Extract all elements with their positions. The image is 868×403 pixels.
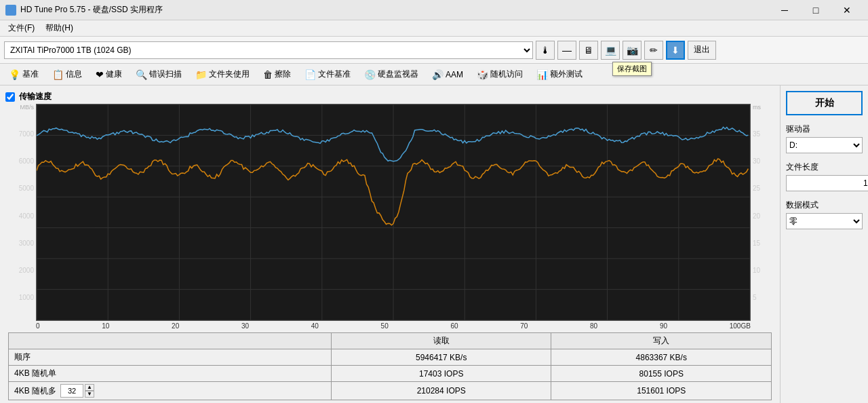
y-label-7000: 7000: [19, 130, 34, 138]
erase-icon: 🗑: [263, 69, 273, 80]
spinner-down[interactable]: ▼: [85, 391, 94, 398]
y-right-5: 5: [753, 294, 757, 301]
file-length-label: 文件长度: [786, 161, 863, 173]
exit-button[interactable]: 退出: [688, 41, 716, 60]
tab-random-label: 随机访问: [490, 69, 523, 80]
x-40: 40: [311, 322, 319, 330]
queue-depth-spinner[interactable]: ▲ ▼: [60, 384, 94, 398]
tab-aam[interactable]: 🔊 AAM: [426, 66, 469, 83]
nav-tabs: 💡 基准 📋 信息 ❤ 健康 🔍 错误扫描 📁 文件夹使用 🗑 擦除 📄 文件基…: [0, 64, 868, 85]
file-bench-icon: 📄: [304, 69, 316, 80]
extra-icon: 📊: [536, 69, 548, 80]
x-60: 60: [450, 322, 458, 330]
tab-benchmark[interactable]: 💡 基准: [3, 66, 45, 83]
tab-erase[interactable]: 🗑 擦除: [257, 66, 297, 83]
row2-read: 210284 IOPS: [331, 382, 551, 400]
temp-button[interactable]: 🌡: [536, 41, 555, 60]
tab-health-label: 健康: [106, 69, 122, 80]
y-right-10: 10: [753, 267, 760, 274]
table-row: 4KB 随机多 ▲ ▼ 210284 IOPS 151601 IOPS: [9, 382, 772, 400]
x-50: 50: [381, 322, 389, 330]
tab-file-benchmark[interactable]: 📄 文件基准: [298, 66, 357, 83]
tab-health[interactable]: ❤ 健康: [90, 66, 128, 83]
col-label: [9, 333, 332, 349]
file-length-section: 文件长度 ▲ ▼ MB: [786, 161, 863, 191]
queue-depth-input[interactable]: [60, 384, 83, 398]
file-length-input-row: ▲ ▼ MB: [786, 175, 863, 191]
main-area: 传输速度 MB/s 7000 6000 5000 4000 3000 2000 …: [0, 85, 868, 403]
y-label-1000: 1000: [19, 294, 34, 301]
camera-button[interactable]: 📷 保存截图: [623, 41, 642, 60]
y-label-5000: 5000: [19, 185, 34, 192]
start-button[interactable]: 开始: [786, 91, 863, 115]
menu-file[interactable]: 文件(F): [3, 21, 40, 35]
x-70: 70: [520, 322, 528, 330]
x-100: 100GB: [730, 322, 751, 330]
window-title: HD Tune Pro 5.75 - 硬盘/SSD 实用程序: [20, 4, 163, 16]
y-right-20: 20: [753, 212, 760, 220]
row0-label: 顺序: [9, 349, 332, 366]
drive-label: 驱动器: [786, 123, 863, 135]
x-90: 90: [660, 322, 667, 330]
stats-table: 读取 写入 顺序 5946417 KB/s 4863367 KB/s 4KB 随…: [8, 332, 772, 400]
chart-canvas: [37, 104, 750, 320]
table-row: 顺序 5946417 KB/s 4863367 KB/s: [9, 349, 772, 366]
monitor-button[interactable]: 🖥: [579, 41, 598, 60]
drive-select[interactable]: ZXITAI TiPro7000 1TB (1024 GB): [4, 41, 533, 59]
y-label-3000: 3000: [19, 239, 34, 247]
x-80: 80: [590, 322, 597, 330]
dash-button[interactable]: —: [557, 41, 576, 60]
y-label-unit: MB/s: [20, 104, 34, 111]
info-icon: 📋: [52, 69, 64, 80]
tab-file-bench-label: 文件基准: [318, 69, 351, 80]
aam-icon: 🔊: [432, 69, 443, 80]
tab-disk-monitor-label: 硬盘监视器: [378, 69, 418, 80]
window-controls: ─ □ ✕: [769, 0, 863, 20]
download-button[interactable]: ⬇: [666, 41, 685, 60]
app-icon: [5, 5, 16, 16]
info-button[interactable]: 💻: [601, 41, 620, 60]
y-right-25: 25: [753, 185, 760, 192]
chart-container: MB/s 7000 6000 5000 4000 3000 2000 1000 …: [5, 104, 774, 321]
tab-disk-monitor[interactable]: 💿 硬盘监视器: [358, 66, 425, 83]
file-length-input[interactable]: [786, 175, 868, 191]
minimize-button[interactable]: ─: [769, 0, 800, 20]
tab-error-scan[interactable]: 🔍 错误扫描: [130, 66, 188, 83]
data-mode-section: 数据模式 零 随机: [786, 199, 863, 229]
spinner-up[interactable]: ▲: [85, 384, 94, 391]
chart-canvas-wrapper: [36, 104, 751, 321]
health-icon: ❤: [96, 69, 104, 80]
row1-write: 80155 IOPS: [551, 366, 772, 382]
tab-folder-usage[interactable]: 📁 文件夹使用: [189, 66, 256, 83]
folder-icon: 📁: [195, 69, 207, 80]
y-label-6000: 6000: [19, 157, 34, 165]
row2-label: 4KB 随机多 ▲ ▼: [9, 382, 332, 400]
y-label-4000: 4000: [19, 212, 34, 220]
menu-help[interactable]: 帮助(H): [40, 21, 79, 35]
tab-extra-test[interactable]: 📊 额外测试: [530, 66, 589, 83]
drive-dropdown[interactable]: D:: [786, 137, 863, 153]
pen-button[interactable]: ✏: [644, 41, 663, 60]
row2-write: 151601 IOPS: [551, 382, 772, 400]
y-axis-left: MB/s 7000 6000 5000 4000 3000 2000 1000: [5, 104, 36, 321]
data-mode-dropdown[interactable]: 零 随机: [786, 213, 863, 229]
tab-info-label: 信息: [66, 69, 82, 80]
transfer-speed-checkbox[interactable]: [5, 92, 15, 102]
maximize-button[interactable]: □: [800, 0, 831, 20]
x-20: 20: [172, 322, 179, 330]
tab-aam-label: AAM: [446, 70, 463, 79]
x-30: 30: [241, 322, 249, 330]
x-0: 0: [36, 322, 40, 330]
y-right-30: 30: [753, 157, 760, 165]
tab-info[interactable]: 📋 信息: [46, 66, 88, 83]
spinner-controls: ▲ ▼: [85, 384, 94, 398]
chart-header: 传输速度: [5, 91, 774, 102]
close-button[interactable]: ✕: [831, 0, 863, 20]
row0-read: 5946417 KB/s: [331, 349, 551, 366]
tab-random-access[interactable]: 🎲 随机访问: [471, 66, 529, 83]
scan-icon: 🔍: [136, 69, 147, 80]
drive-section: 驱动器 D:: [786, 123, 863, 153]
y-label-2000: 2000: [19, 267, 34, 274]
chart-title: 传输速度: [19, 91, 52, 102]
tab-folder-label: 文件夹使用: [209, 69, 250, 80]
